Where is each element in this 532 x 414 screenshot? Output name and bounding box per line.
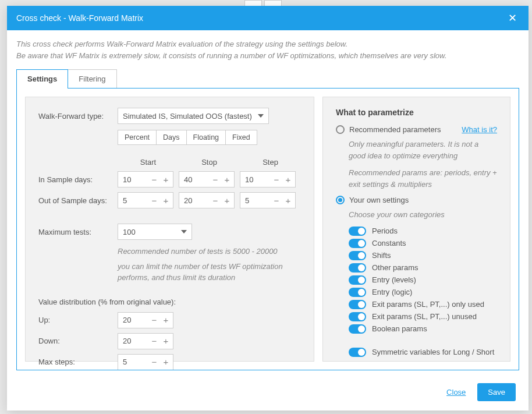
radio-own[interactable]: Your own settings	[336, 196, 497, 204]
toggle-label: Periods	[372, 227, 398, 235]
toggle-row[interactable]: Exit params (SL, PT,...) only used	[349, 300, 497, 309]
max-steps-input[interactable]	[118, 358, 148, 366]
toggle-switch[interactable]	[349, 275, 366, 285]
plus-icon[interactable]: +	[160, 316, 172, 324]
plus-icon[interactable]: +	[160, 175, 172, 184]
desc-line-2: Be aware that WF Matrix is extremely slo…	[16, 50, 519, 62]
toggle-switch[interactable]	[349, 251, 366, 260]
in-sample-start-input[interactable]	[118, 175, 148, 184]
max-steps-label: Max steps:	[38, 358, 118, 366]
up-input[interactable]	[118, 316, 148, 324]
col-step: Step	[240, 158, 301, 167]
toggle-row[interactable]: Constants	[349, 239, 497, 248]
toggle-switch[interactable]	[349, 239, 366, 248]
tab-settings[interactable]: Settings	[16, 69, 68, 88]
down-spinner[interactable]: −+	[118, 333, 173, 349]
toggle-switch[interactable]	[349, 300, 366, 309]
settings-panel: Walk-Forward type: Simulated IS, Simulat…	[25, 97, 314, 362]
toggle-row[interactable]: Exit params (SL, PT,...) unused	[349, 312, 497, 321]
out-sample-start[interactable]: −+	[118, 192, 173, 208]
toggle-label: Boolean params	[372, 324, 427, 333]
down-input[interactable]	[118, 337, 148, 345]
toggle-row[interactable]: Entry (levels)	[349, 275, 497, 285]
wf-type-label: Walk-Forward type:	[38, 112, 118, 121]
plus-icon[interactable]: +	[282, 196, 294, 205]
toggle-row[interactable]: Entry (logic)	[349, 288, 497, 297]
seg-fixed[interactable]: Fixed	[226, 130, 257, 144]
max-steps-spinner[interactable]: −+	[118, 354, 173, 370]
seg-percent[interactable]: Percent	[118, 130, 157, 144]
max-tests-select[interactable]: 100	[118, 224, 192, 240]
modal-dialog: Cross check - Walk-Forward Matrix ✕ This…	[7, 6, 529, 411]
in-sample-step-input[interactable]	[240, 175, 271, 184]
out-sample-stop[interactable]: −+	[179, 192, 235, 208]
col-start: Start	[118, 158, 179, 167]
radio-recommended[interactable]: Recommended parameters What is it?	[336, 125, 497, 134]
close-icon[interactable]: ✕	[506, 12, 519, 24]
seg-floating[interactable]: Floating	[187, 130, 226, 144]
plus-icon[interactable]: +	[282, 175, 294, 184]
in-sample-start[interactable]: −+	[118, 171, 173, 187]
up-label: Up:	[38, 316, 118, 324]
wf-type-select[interactable]: Simulated IS, Simulated OOS (fastest)	[118, 108, 269, 124]
recommended-label: Recommended parameters	[349, 125, 441, 134]
in-sample-label: In Sample days:	[38, 175, 118, 184]
dialog-title: Cross check - Walk-Forward Matrix	[16, 13, 143, 23]
symmetric-label: Symmetric variables for Long / Short	[372, 348, 494, 356]
out-sample-step-input[interactable]	[240, 196, 271, 205]
toggle-row[interactable]: Other params	[349, 263, 497, 273]
toggle-label: Constants	[372, 239, 406, 247]
recommended-note-1: Only meaningful parameters. It is not a …	[349, 139, 497, 161]
plus-icon[interactable]: +	[160, 196, 172, 205]
toggle-label: Other params	[372, 263, 418, 272]
plus-icon[interactable]: +	[160, 358, 172, 366]
toggle-row[interactable]: Boolean params	[349, 324, 497, 334]
out-sample-step[interactable]: −+	[240, 192, 296, 208]
minus-icon[interactable]: −	[210, 196, 221, 205]
toggle-symmetric[interactable]: Symmetric variables for Long / Short	[349, 348, 497, 357]
save-button[interactable]: Save	[477, 383, 516, 401]
in-sample-stop-input[interactable]	[179, 175, 210, 184]
minus-icon[interactable]: −	[148, 175, 160, 184]
toggle-switch[interactable]	[349, 348, 366, 357]
minus-icon[interactable]: −	[148, 196, 160, 205]
up-spinner[interactable]: −+	[118, 312, 173, 328]
toggle-switch[interactable]	[349, 227, 366, 236]
minus-icon[interactable]: −	[210, 175, 221, 184]
toggle-switch[interactable]	[349, 312, 366, 321]
toggle-switch[interactable]	[349, 263, 366, 273]
out-sample-label: Out of Sample days:	[38, 196, 118, 205]
recommended-note-2: Recommended params are: periods, entry +…	[349, 167, 497, 190]
tab-filtering[interactable]: Filtering	[68, 69, 116, 88]
note-recommended-tests: Recommended number of tests is 5000 - 20…	[118, 246, 301, 257]
close-button[interactable]: Close	[446, 388, 466, 397]
radio-icon	[336, 196, 345, 204]
out-sample-stop-input[interactable]	[179, 196, 210, 205]
toggle-row[interactable]: Periods	[349, 227, 497, 236]
minus-icon[interactable]: −	[148, 358, 160, 366]
plus-icon[interactable]: +	[160, 337, 172, 345]
toggle-switch[interactable]	[349, 288, 366, 297]
minus-icon[interactable]: −	[148, 337, 160, 345]
in-sample-stop[interactable]: −+	[179, 171, 235, 187]
radio-icon	[336, 125, 345, 134]
dist-label: Value distribution (% from original valu…	[38, 298, 301, 306]
plus-icon[interactable]: +	[221, 175, 233, 184]
parametrize-panel: What to parametrize Recommended paramete…	[322, 97, 510, 362]
toggle-row[interactable]: Shifts	[349, 251, 497, 260]
out-sample-start-input[interactable]	[118, 196, 148, 205]
minus-icon[interactable]: −	[271, 175, 282, 184]
plus-icon[interactable]: +	[221, 196, 233, 205]
titlebar: Cross check - Walk-Forward Matrix ✕	[7, 6, 529, 30]
seg-days[interactable]: Days	[157, 130, 186, 144]
parametrize-heading: What to parametrize	[336, 108, 497, 117]
in-sample-step[interactable]: −+	[240, 171, 296, 187]
grid-header: Start Stop Step	[38, 158, 301, 167]
own-label: Your own settings	[349, 196, 409, 204]
toggle-switch[interactable]	[349, 324, 366, 334]
tabs: Settings Filtering	[7, 69, 529, 88]
minus-icon[interactable]: −	[148, 316, 160, 324]
minus-icon[interactable]: −	[271, 196, 282, 205]
unit-segmented: Percent Days Floating Fixed	[118, 130, 257, 145]
what-is-it-link[interactable]: What is it?	[462, 125, 497, 134]
